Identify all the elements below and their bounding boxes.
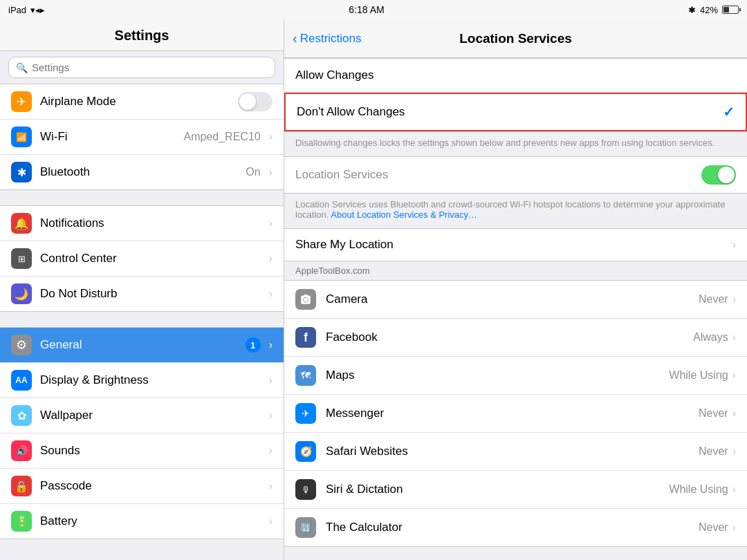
wifi-settings-icon: 📶 [11,127,32,147]
battery-fill [723,7,729,12]
battery-percent: 42% [700,5,718,15]
sounds-chevron: › [269,445,273,457]
main-layout: Settings 🔍 ✈ Airplane Mode 📶 Wi-Fi [0,19,747,560]
search-bar[interactable]: 🔍 [0,51,284,84]
battery-box [722,6,739,14]
location-privacy-link[interactable]: About Location Services & Privacy… [331,209,477,220]
safari-row[interactable]: 🧭 Safari Websites Never › [284,433,747,471]
facebook-chevron: › [732,331,736,344]
sidebar-item-notifications[interactable]: 🔔 Notifications › [0,206,284,241]
sidebar-item-wallpaper[interactable]: ✿ Wallpaper › [0,398,284,433]
display-icon: AA [11,370,32,391]
maps-chevron: › [732,369,736,382]
do-not-disturb-icon: 🌙 [11,283,32,304]
battery-label: Battery [40,514,261,528]
wallpaper-icon: ✿ [11,405,32,426]
airplane-toggle[interactable] [238,92,273,111]
sidebar-item-battery[interactable]: 🔋 Battery › [0,504,284,539]
wifi-label: Wi-Fi [40,130,176,144]
settings-group-alerts: 🔔 Notifications › ⊞ Control Center › 🌙 D… [0,205,284,312]
control-center-icon: ⊞ [11,248,32,269]
wallpaper-label: Wallpaper [40,409,261,422]
maps-row[interactable]: 🗺 Maps While Using › [284,357,747,395]
siri-label: Siri & Dictation [326,483,669,496]
maps-label: Maps [326,368,669,382]
allow-changes-label: Allow Changes [295,68,736,82]
share-location-label: Share My Location [295,238,732,252]
status-bar: iPad ▾◂▸ 6:18 AM ✱ 42% [0,0,747,19]
sidebar-item-do-not-disturb[interactable]: 🌙 Do Not Disturb › [0,277,284,311]
bluetooth-value: On [246,166,260,178]
sidebar-item-airplane[interactable]: ✈ Airplane Mode [0,84,284,120]
display-label: Display & Brightness [40,373,261,387]
siri-value: While Using [669,483,728,496]
passcode-label: Passcode [40,479,261,493]
calculator-row[interactable]: 🔢 The Calculator Never › [284,509,747,546]
general-icon: ⚙ [11,335,32,355]
display-chevron: › [269,374,273,386]
location-services-toggle[interactable] [701,165,736,185]
settings-list: ✈ Airplane Mode 📶 Wi-Fi Amped_REC10 › ✱ … [0,84,284,560]
location-services-section: Location Services [284,156,747,194]
control-center-chevron: › [269,252,273,265]
facebook-value: Always [693,331,728,344]
location-services-row[interactable]: Location Services [284,157,747,193]
sidebar-item-sounds[interactable]: 🔊 Sounds › [0,433,284,469]
siri-row[interactable]: 🎙 Siri & Dictation While Using › [284,471,747,509]
sidebar-item-display[interactable]: AA Display & Brightness › [0,363,284,398]
camera-label: Camera [326,292,699,306]
sidebar-item-wifi[interactable]: 📶 Wi-Fi Amped_REC10 › [0,120,284,155]
safari-value: Never [699,445,728,458]
sidebar-item-general[interactable]: ⚙ General 1 › [0,328,284,363]
wifi-icon: ▾◂▸ [30,5,45,15]
sidebar: Settings 🔍 ✈ Airplane Mode 📶 Wi-Fi [0,19,284,560]
safari-chevron: › [732,445,736,458]
sidebar-item-passcode[interactable]: 🔒 Passcode › [0,469,284,504]
search-input-wrap[interactable]: 🔍 [8,57,275,78]
dont-allow-changes-row[interactable]: Don't Allow Changes ✓ [284,93,747,131]
calculator-app-icon: 🔢 [295,517,316,538]
maps-value: While Using [669,369,728,382]
battery-settings-icon: 🔋 [11,511,32,532]
changes-note: Disallowing changes locks the settings s… [284,132,747,156]
status-time: 6:18 AM [349,4,384,15]
messenger-value: Never [699,407,728,420]
calculator-label: The Calculator [326,521,699,534]
passcode-icon: 🔒 [11,476,32,496]
share-location-chevron: › [732,239,736,251]
content-area: Allow Changes Don't Allow Changes ✓ Disa… [284,58,747,560]
allow-changes-row[interactable]: Allow Changes [284,59,747,93]
sidebar-item-control-center[interactable]: ⊞ Control Center › [0,241,284,277]
location-services-note: Location Services uses Bluetooth and cro… [284,194,747,228]
svg-point-0 [304,298,308,302]
safari-app-icon: 🧭 [295,441,316,462]
back-label[interactable]: Restrictions [300,32,362,46]
settings-group-connectivity: ✈ Airplane Mode 📶 Wi-Fi Amped_REC10 › ✱ … [0,84,284,190]
back-chevron-icon: ‹ [293,30,297,46]
camera-row[interactable]: Camera Never › [284,281,747,319]
camera-chevron: › [732,293,736,306]
messenger-app-icon: ✈ [295,403,316,424]
wifi-value: Amped_REC10 [184,131,261,143]
nav-title: Location Services [459,31,572,46]
bluetooth-icon: ✱ [688,5,696,15]
siri-chevron: › [732,483,736,496]
settings-group-device: ⚙ General 1 › AA Display & Brightness › … [0,327,284,539]
airplane-icon: ✈ [11,91,32,112]
calculator-value: Never [699,521,728,534]
search-input[interactable] [32,62,268,73]
bluetooth-label: Bluetooth [40,165,237,179]
share-location-section: Share My Location › [284,228,747,261]
back-button[interactable]: ‹ Restrictions [293,30,361,46]
dont-allow-label: Don't Allow Changes [297,105,723,119]
safari-label: Safari Websites [326,445,699,458]
passcode-chevron: › [269,480,273,492]
facebook-row[interactable]: f Facebook Always › [284,319,747,357]
wallpaper-chevron: › [269,409,273,422]
camera-value: Never [699,293,728,306]
messenger-row[interactable]: ✈ Messenger Never › [284,395,747,433]
sidebar-item-bluetooth[interactable]: ✱ Bluetooth On › [0,155,284,189]
status-right: ✱ 42% [688,5,739,15]
share-my-location-row[interactable]: Share My Location › [284,229,747,261]
general-chevron: › [269,339,273,351]
